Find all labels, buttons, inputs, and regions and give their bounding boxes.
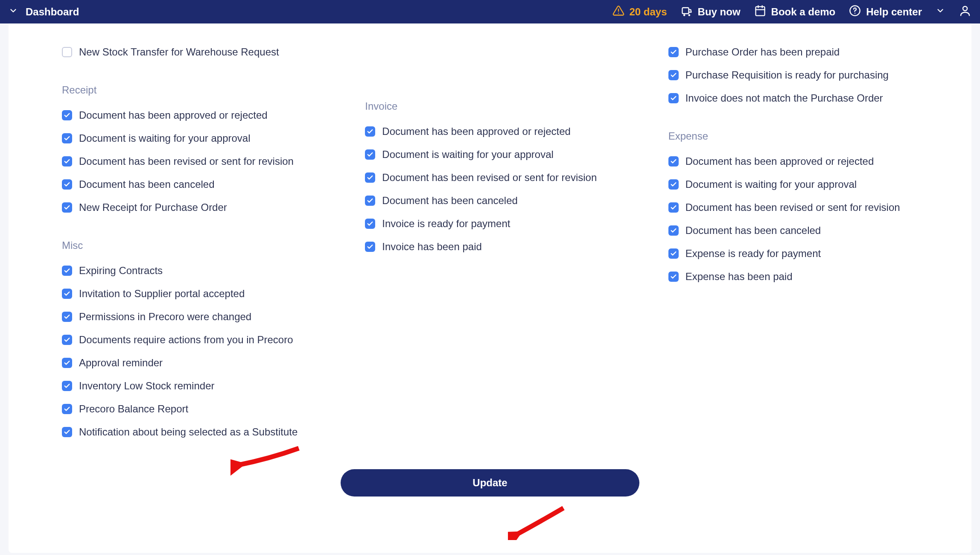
annotation-arrow-icon bbox=[230, 442, 303, 478]
checkbox-label: Document has been approved or rejected bbox=[685, 155, 874, 167]
checkbox-row: Document has been revised or sent for re… bbox=[62, 150, 348, 173]
checkbox-label: Invoice has been paid bbox=[382, 241, 482, 253]
svg-point-3 bbox=[684, 15, 685, 15]
section-title-invoice: Invoice bbox=[365, 100, 651, 112]
checkbox-label: Notification about being selected as a S… bbox=[79, 426, 298, 438]
checkbox-row: Documents require actions from you in Pr… bbox=[62, 328, 348, 351]
calendar-icon bbox=[754, 5, 766, 19]
checkbox[interactable] bbox=[365, 219, 375, 229]
checkbox-row: Invitation to Supplier portal accepted bbox=[62, 282, 348, 305]
update-button[interactable]: Update bbox=[341, 469, 639, 497]
checkbox-label: Inventory Low Stock reminder bbox=[79, 380, 214, 392]
checkbox[interactable] bbox=[62, 358, 72, 368]
checkbox-row: Purchase Order has been prepaid bbox=[668, 41, 954, 64]
svg-point-11 bbox=[963, 6, 967, 11]
checkbox-row: Document has been approved or rejected bbox=[365, 120, 651, 143]
checkbox[interactable] bbox=[668, 93, 679, 103]
checkbox-label: Invitation to Supplier portal accepted bbox=[79, 288, 245, 300]
chevron-down-icon[interactable] bbox=[936, 6, 945, 18]
checkbox-label: Document has been canceled bbox=[79, 178, 215, 190]
checkbox[interactable] bbox=[62, 335, 72, 345]
checkbox[interactable] bbox=[62, 427, 72, 437]
checkbox-label: Document has been canceled bbox=[685, 225, 821, 237]
chevron-down-icon[interactable] bbox=[9, 6, 18, 18]
annotation-arrow-icon bbox=[508, 506, 580, 542]
trial-warning[interactable]: 20 days bbox=[612, 5, 667, 19]
checkbox[interactable] bbox=[668, 47, 679, 57]
svg-rect-2 bbox=[682, 8, 688, 14]
checkbox-row: Inventory Low Stock reminder bbox=[62, 374, 348, 397]
help-icon bbox=[849, 5, 861, 19]
checkbox-row: Document is waiting for your approval bbox=[62, 127, 348, 150]
checkbox-row: Document has been canceled bbox=[365, 189, 651, 212]
checkbox[interactable] bbox=[62, 47, 72, 57]
checkbox-row: Permissions in Precoro were changed bbox=[62, 305, 348, 328]
checkbox[interactable] bbox=[365, 196, 375, 206]
topbar: Dashboard 20 days Buy now Book a demo He… bbox=[0, 0, 980, 23]
checkbox-row: Notification about being selected as a S… bbox=[62, 421, 348, 444]
checkbox-label: Document is waiting for your approval bbox=[79, 132, 251, 144]
section-title-receipt: Receipt bbox=[62, 84, 348, 96]
checkbox-label: Permissions in Precoro were changed bbox=[79, 311, 251, 323]
checkbox-label: Document is waiting for your approval bbox=[685, 178, 857, 190]
checkbox[interactable] bbox=[62, 381, 72, 391]
checkbox-label: Purchase Requisition is ready for purcha… bbox=[685, 69, 889, 81]
checkbox-label: Document has been revised or sent for re… bbox=[382, 172, 597, 184]
checkbox-label: Expiring Contracts bbox=[79, 265, 163, 277]
stock-transfer-section: New Stock Transfer for Warehouse Request bbox=[62, 41, 348, 64]
checkbox[interactable] bbox=[668, 225, 679, 236]
checkbox[interactable] bbox=[668, 272, 679, 282]
checkbox[interactable] bbox=[62, 156, 72, 166]
trial-days-text: 20 days bbox=[630, 6, 667, 18]
checkbox-label: Document has been revised or sent for re… bbox=[685, 202, 900, 213]
checkbox-row: Purchase Requisition is ready for purcha… bbox=[668, 64, 954, 87]
page-title[interactable]: Dashboard bbox=[26, 6, 79, 18]
checkbox-row: New Receipt for Purchase Order bbox=[62, 196, 348, 219]
checkbox[interactable] bbox=[365, 149, 375, 160]
checkbox[interactable] bbox=[668, 248, 679, 259]
checkbox-row: Document has been revised or sent for re… bbox=[668, 196, 954, 219]
settings-card: New Stock Transfer for Warehouse Request… bbox=[9, 23, 971, 553]
checkbox-label: Invoice is ready for payment bbox=[382, 218, 510, 230]
checkbox[interactable] bbox=[668, 156, 679, 166]
checkbox[interactable] bbox=[62, 266, 72, 276]
svg-point-4 bbox=[688, 15, 689, 15]
checkbox-label: Document has been approved or rejected bbox=[79, 109, 268, 121]
checkbox[interactable] bbox=[62, 312, 72, 322]
checkbox-label: Purchase Order has been prepaid bbox=[685, 46, 840, 58]
checkbox[interactable] bbox=[668, 70, 679, 80]
cart-icon bbox=[681, 5, 693, 19]
checkbox[interactable] bbox=[62, 110, 72, 120]
user-icon[interactable] bbox=[959, 4, 971, 20]
checkbox-row: Document has been approved or rejected bbox=[668, 150, 954, 173]
checkbox-row: Approval reminder bbox=[62, 351, 348, 374]
checkbox[interactable] bbox=[62, 133, 72, 143]
buy-now-link[interactable]: Buy now bbox=[681, 5, 741, 19]
checkbox-row: Expense has been paid bbox=[668, 265, 954, 288]
checkbox-label: Invoice does not match the Purchase Orde… bbox=[685, 92, 883, 104]
checkbox[interactable] bbox=[668, 202, 679, 213]
checkbox-row: Invoice is ready for payment bbox=[365, 212, 651, 235]
checkbox[interactable] bbox=[365, 172, 375, 183]
checkbox-label: Expense has been paid bbox=[685, 271, 793, 283]
checkbox-row: Precoro Balance Report bbox=[62, 397, 348, 421]
checkbox-row: Expiring Contracts bbox=[62, 259, 348, 282]
checkbox[interactable] bbox=[365, 242, 375, 252]
checkbox[interactable] bbox=[62, 404, 72, 414]
checkbox-row: Document has been canceled bbox=[668, 219, 954, 242]
checkbox[interactable] bbox=[365, 126, 375, 137]
checkbox-label: New Receipt for Purchase Order bbox=[79, 202, 227, 213]
book-demo-link[interactable]: Book a demo bbox=[754, 5, 836, 19]
checkbox-row: Document has been canceled bbox=[62, 173, 348, 196]
section-title-expense: Expense bbox=[668, 130, 954, 142]
checkbox-row: Document has been approved or rejected bbox=[62, 104, 348, 127]
checkbox[interactable] bbox=[62, 202, 72, 213]
checkbox[interactable] bbox=[668, 179, 679, 190]
help-center-link[interactable]: Help center bbox=[849, 5, 922, 19]
checkbox[interactable] bbox=[62, 289, 72, 299]
checkbox-row: Document has been revised or sent for re… bbox=[365, 166, 651, 189]
checkbox-label: Expense is ready for payment bbox=[685, 248, 821, 260]
checkbox-label: Approval reminder bbox=[79, 357, 163, 369]
checkbox-label: New Stock Transfer for Warehouse Request bbox=[79, 46, 279, 58]
checkbox[interactable] bbox=[62, 179, 72, 190]
